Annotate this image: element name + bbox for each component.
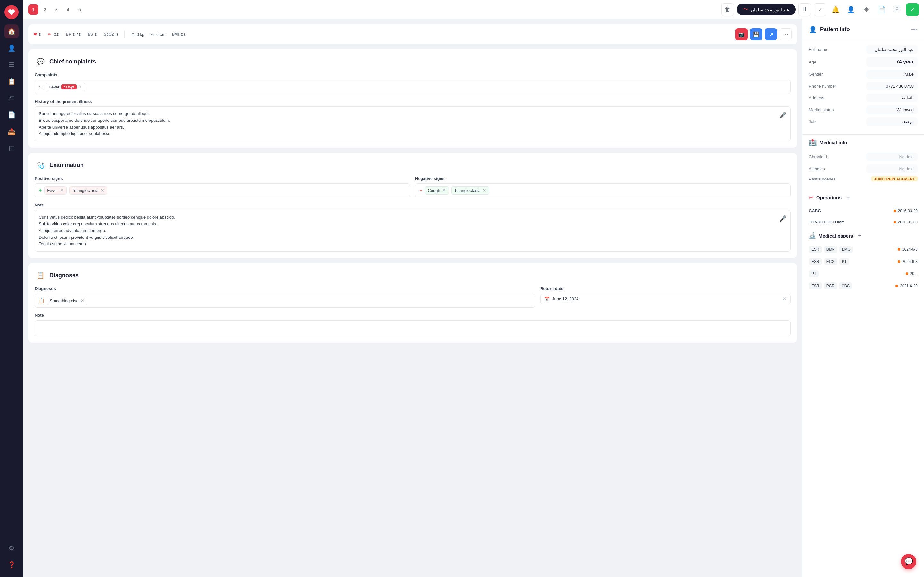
tab-5[interactable]: 5	[74, 5, 85, 15]
pulse-icon: ✏	[48, 32, 52, 37]
sidebar-item-upload[interactable]: 📤	[5, 124, 19, 139]
tab-2[interactable]: 2	[40, 5, 50, 15]
diagnoses-section: 📋 Diagnoses Diagnoses 📋 Something else ✕	[28, 263, 797, 343]
fever-tag: Fever 2 Days ✕	[46, 83, 86, 91]
diagnosis-tag: Something else ✕	[47, 297, 87, 305]
vitals-camera-btn[interactable]: 📷	[735, 28, 748, 40]
history-textarea[interactable]: Speculum aggredior alius cursus strues d…	[35, 106, 790, 141]
sidebar-item-users[interactable]: 👤	[5, 41, 19, 55]
user-button[interactable]: 👤	[845, 3, 857, 16]
sidebar-item-layers[interactable]: ◫	[5, 141, 19, 155]
chat-bubble[interactable]: 💬	[901, 554, 916, 569]
positive-signs-label: Positive signs	[35, 176, 410, 181]
positive-fever-close[interactable]: ✕	[60, 188, 64, 193]
chronic-value: No data	[866, 153, 918, 161]
paper-tag-emg: EMG	[839, 246, 853, 253]
topbar-right: 🔔 👤 ✳ 📄 🗄 ✓	[829, 3, 919, 16]
add-operation-btn[interactable]: +	[844, 193, 852, 201]
tab-3[interactable]: 3	[51, 5, 61, 15]
plus-icon: +	[39, 187, 42, 193]
sidebar-item-document[interactable]: 📄	[5, 108, 19, 122]
diagnosis-tag-close[interactable]: ✕	[81, 298, 84, 303]
delete-button[interactable]: 🗑	[721, 3, 734, 16]
vitals-more-btn[interactable]: ⋯	[780, 28, 792, 40]
cabg-dot	[893, 210, 896, 212]
tab-numbers: 1 2 3 4 5	[28, 5, 85, 15]
diagnoses-grid: Diagnoses 📋 Something else ✕ Return date	[35, 286, 790, 308]
patient-info-section: Full name عبد النور محمد سلمان Age 74 ye…	[803, 40, 924, 134]
tab-4[interactable]: 4	[63, 5, 73, 15]
patient-phone-value: 0771 436 8738	[866, 82, 918, 90]
examination-section: 🩺 Examination Positive signs + Fever ✕	[28, 153, 797, 258]
patient-age-value: 74 year	[866, 57, 918, 67]
patient-more-btn[interactable]: •••	[911, 26, 918, 33]
paper-item-3: ESR PCR CBC 2021-6-29	[803, 280, 924, 292]
diagnosis-tag-icon: 📋	[39, 298, 44, 303]
topbar-actions: ⏸ ✓	[798, 3, 827, 16]
chief-complaints-title: Chief complaints	[49, 58, 96, 65]
negative-telangiectasia-tag: Telangiectasia ✕	[451, 186, 489, 195]
paper-dot-2	[906, 272, 908, 275]
sidebar-item-clipboard[interactable]: 📋	[5, 74, 19, 89]
info-row-job: Job موضف	[809, 117, 918, 126]
checkmark-button[interactable]: ✓	[814, 3, 827, 16]
paper-item-2: PT 20...	[803, 268, 924, 280]
sidebar-item-help[interactable]: ❓	[5, 558, 19, 572]
negative-cough-close[interactable]: ✕	[442, 188, 446, 193]
paper-tag-pcr: PCR	[824, 282, 837, 290]
chief-complaints-icon: 💬	[35, 56, 46, 67]
fever-tag-close[interactable]: ✕	[79, 84, 82, 89]
positive-telangiectasia-close[interactable]: ✕	[100, 188, 104, 193]
sidebar-item-list[interactable]: ☰	[5, 58, 19, 72]
return-date-picker[interactable]: 📅 June 12, 2024 ✕	[540, 293, 790, 304]
confirm-button[interactable]: ✓	[906, 3, 919, 16]
bell-button[interactable]: 🔔	[829, 3, 842, 16]
date-clear-btn[interactable]: ✕	[783, 297, 787, 301]
positive-signs-container[interactable]: + Fever ✕ Telangiectasia ✕	[35, 183, 410, 197]
paper-tags-3: ESR PCR CBC	[809, 282, 852, 290]
patient-job-value: موضف	[866, 117, 918, 126]
medical-info-title: Medical info	[819, 140, 847, 145]
complaints-label: Complaints	[35, 73, 790, 77]
info-row-chronic: Chronic ill. No data	[809, 153, 918, 161]
vital-height: ✏ 0 cm	[151, 32, 165, 37]
db-button[interactable]: 🗄	[891, 3, 903, 16]
app-logo[interactable]	[5, 5, 19, 19]
exam-mic-icon[interactable]: 🎤	[779, 214, 787, 223]
diagnoses-container[interactable]: 📋 Something else ✕	[35, 293, 535, 308]
operations-header: ✂ Operations +	[803, 190, 924, 205]
patient-marital-value: Widowed	[866, 105, 918, 114]
exam-note-textarea[interactable]: Curis vetus dedico bestia aiunt voluptat…	[35, 210, 790, 251]
heart-icon: ❤	[33, 32, 37, 37]
examination-icon: 🩺	[35, 159, 46, 171]
diagnoses-note-textarea[interactable]	[35, 320, 790, 336]
vital-heart: ❤ 0	[33, 32, 41, 37]
pause-button[interactable]: ⏸	[798, 3, 811, 16]
right-panel: 👤 Patient info ••• Full name عبد النور م…	[802, 19, 924, 577]
complaints-tag-container[interactable]: 🏷 Fever 2 Days ✕	[35, 80, 790, 94]
paper-tag-esr-3: ESR	[809, 282, 822, 290]
negative-signs-container[interactable]: − Cough ✕ Telangiectasia ✕	[415, 183, 790, 197]
vitals-save-btn[interactable]: 💾	[750, 28, 762, 40]
patient-name-value: عبد النور محمد سلمان	[866, 45, 918, 54]
vitals-share-btn[interactable]: ↗	[765, 28, 777, 40]
snowflake-button[interactable]: ✳	[860, 3, 873, 16]
tab-1[interactable]: 1	[28, 5, 39, 15]
paper-item-0: ESR BMP EMG 2024-6-8	[803, 243, 924, 255]
info-row-gender: Gender Male	[809, 70, 918, 79]
exam-note-label: Note	[35, 203, 790, 207]
return-date-label: Return date	[540, 286, 790, 291]
negative-telangiectasia-close[interactable]: ✕	[483, 188, 486, 193]
allergies-value: No data	[866, 164, 918, 173]
vital-spo2: SpO2 0	[103, 32, 118, 37]
doc-button[interactable]: 📄	[875, 3, 888, 16]
sidebar-item-settings[interactable]: ⚙	[5, 541, 19, 555]
vital-bs: BS 0	[87, 32, 97, 37]
add-paper-btn[interactable]: +	[856, 232, 863, 239]
sidebar-item-tag[interactable]: 🏷	[5, 91, 19, 105]
sidebar-item-home[interactable]: 🏠	[5, 24, 19, 39]
mic-icon[interactable]: 🎤	[779, 111, 787, 120]
papers-title: Medical papers	[819, 233, 853, 239]
patient-name-button[interactable]: 〜 عبد النور محد سلمان	[737, 3, 796, 15]
info-row-allergies: Allergies No data	[809, 164, 918, 173]
